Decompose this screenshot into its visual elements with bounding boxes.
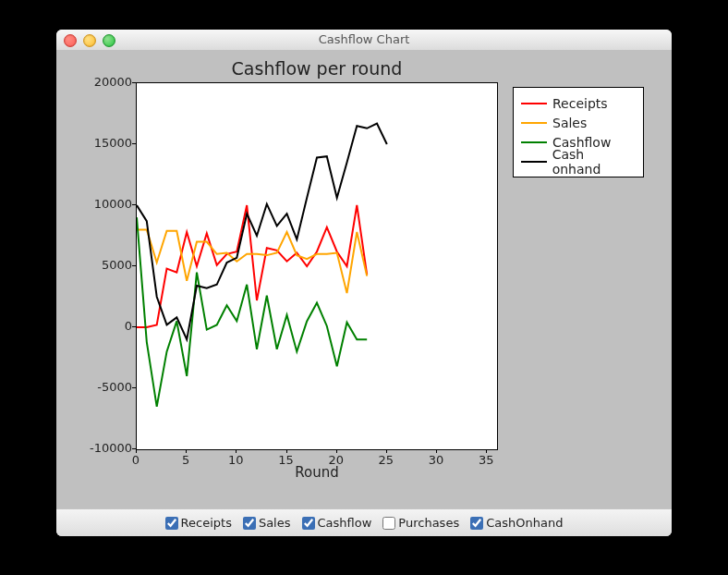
legend-item: Sales xyxy=(521,113,636,132)
toggle-cashflow[interactable]: Cashflow xyxy=(298,516,376,530)
y-tick: 5000 xyxy=(67,258,132,272)
chart-canvas: Cashflow per round -10000-50000500010000… xyxy=(62,55,666,504)
minimize-icon[interactable] xyxy=(83,34,96,47)
plot-lines xyxy=(137,83,497,449)
legend-swatch xyxy=(521,161,547,163)
legend-swatch xyxy=(521,141,547,143)
plot-axes[interactable] xyxy=(136,82,498,450)
toggle-purchases-checkbox[interactable] xyxy=(382,517,395,530)
series-toggle-toolbar: ReceiptsSalesCashflowPurchasesCashOnhand xyxy=(56,508,672,536)
y-tick: 10000 xyxy=(67,197,132,211)
toggle-cashflow-checkbox[interactable] xyxy=(302,517,315,530)
toggle-cashonhand-label: CashOnhand xyxy=(486,516,563,530)
x-axis-label: Round xyxy=(136,464,498,481)
legend: ReceiptsSalesCashflowCash onhand xyxy=(513,87,644,177)
app-window: Cashflow Chart Cashflow per round -10000… xyxy=(56,30,672,536)
y-tick: 20000 xyxy=(67,75,132,89)
toggle-receipts-checkbox[interactable] xyxy=(165,517,178,530)
close-icon[interactable] xyxy=(64,34,77,47)
legend-swatch xyxy=(521,122,547,124)
y-tick: 0 xyxy=(67,319,132,333)
titlebar[interactable]: Cashflow Chart xyxy=(56,30,672,51)
window-content: Cashflow per round -10000-50000500010000… xyxy=(56,50,672,536)
toggle-receipts[interactable]: Receipts xyxy=(162,516,236,530)
legend-label: Sales xyxy=(552,116,587,130)
y-tick: 15000 xyxy=(67,136,132,150)
legend-item: Cash onhand xyxy=(521,152,636,171)
toggle-purchases[interactable]: Purchases xyxy=(379,516,463,530)
legend-swatch xyxy=(521,103,547,104)
y-tick: -5000 xyxy=(67,380,132,394)
toggle-sales[interactable]: Sales xyxy=(239,516,295,530)
legend-item: Receipts xyxy=(521,93,636,113)
toggle-cashonhand[interactable]: CashOnhand xyxy=(467,516,566,530)
legend-label: Cash onhand xyxy=(552,147,636,177)
toggle-cashflow-label: Cashflow xyxy=(318,516,372,530)
zoom-icon[interactable] xyxy=(103,34,115,47)
window-controls xyxy=(64,34,115,47)
window-title: Cashflow Chart xyxy=(56,30,672,50)
toggle-purchases-label: Purchases xyxy=(398,516,459,530)
toggle-sales-checkbox[interactable] xyxy=(243,517,256,530)
toggle-cashonhand-checkbox[interactable] xyxy=(470,517,483,530)
legend-label: Receipts xyxy=(552,96,608,111)
toggle-receipts-label: Receipts xyxy=(181,516,232,530)
toggle-sales-label: Sales xyxy=(259,516,291,530)
chart-title: Cashflow per round xyxy=(136,58,498,79)
